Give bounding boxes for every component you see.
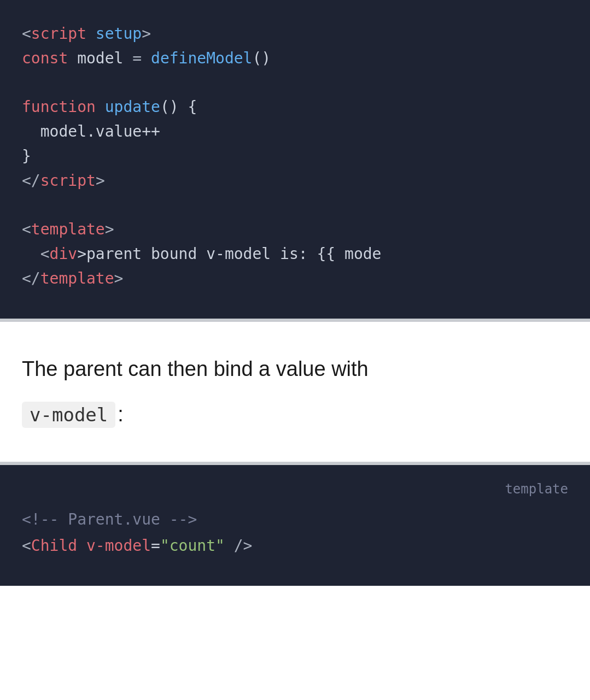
inline-code-vmodel: v-model	[22, 402, 115, 428]
prose-section: The parent can then bind a value with v-…	[0, 322, 590, 462]
tab-label: template	[22, 481, 568, 497]
top-code-block: <script setup> const model = defineModel…	[0, 0, 590, 319]
prose-colon: :	[118, 403, 124, 426]
top-code-content: <script setup> const model = defineModel…	[22, 22, 568, 291]
bottom-code-content: <!-- Parent.vue --> <Child v-model="coun…	[22, 507, 568, 558]
prose-text: The parent can then bind a value with	[22, 355, 568, 384]
bottom-code-block: template <!-- Parent.vue --> <Child v-mo…	[0, 465, 590, 586]
